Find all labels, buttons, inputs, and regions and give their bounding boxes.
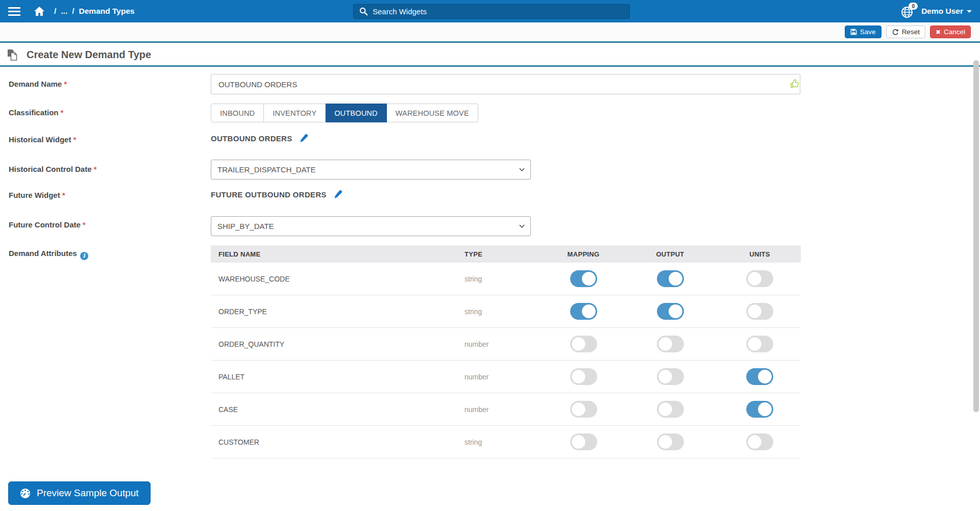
required-asterisk: *: [73, 135, 76, 144]
units-toggle[interactable]: [746, 368, 773, 385]
table-row: ORDER_QUANTITY number: [211, 328, 801, 361]
demand-attributes-table: FIELD NAME TYPE MAPPING OUTPUT UNITS WAR…: [211, 245, 801, 458]
future-widget-label: Future Widget*: [9, 191, 65, 199]
page-title: Create New Demand Type: [27, 49, 151, 61]
units-toggle[interactable]: [746, 303, 773, 320]
field-name-cell: CUSTOMER: [211, 438, 456, 446]
historical-widget-value-row: OUTBOUND ORDERS: [211, 134, 308, 143]
search-input[interactable]: [373, 7, 629, 16]
future-control-date-select[interactable]: SHIP_BY_DATE: [211, 216, 531, 236]
preview-sample-output-button[interactable]: Preview Sample Output: [8, 481, 151, 505]
historical-control-date-select[interactable]: TRAILER_DISPATCH_DATE: [211, 160, 531, 180]
field-name-cell: CASE: [211, 405, 456, 414]
save-button-label: Save: [860, 28, 876, 36]
output-toggle[interactable]: [657, 336, 684, 352]
future-widget-value: FUTURE OUTBOUND ORDERS: [211, 190, 327, 199]
classification-option-outbound[interactable]: OUTBOUND: [326, 104, 387, 122]
output-toggle[interactable]: [657, 303, 684, 320]
breadcrumb-current-page: Demand Types: [79, 7, 135, 16]
toggle-knob: [758, 402, 772, 416]
mapping-toggle[interactable]: [570, 336, 597, 352]
user-area: 0 Demo User: [900, 0, 972, 22]
toggle-knob: [572, 370, 585, 384]
future-control-date-select-wrap: SHIP_BY_DATE: [211, 216, 531, 236]
future-widget-value-row: FUTURE OUTBOUND ORDERS: [211, 190, 342, 199]
toggle-knob: [758, 370, 772, 384]
field-type-cell: number: [456, 373, 545, 381]
save-button[interactable]: Save: [845, 25, 881, 38]
top-navbar: / ... / Demand Types 0 Demo User: [0, 0, 980, 22]
page-header: Create New Demand Type: [0, 44, 980, 67]
required-asterisk: *: [62, 191, 65, 199]
column-header-units: UNITS: [719, 250, 801, 258]
widget-search-bar: [353, 4, 630, 19]
field-name-cell: PALLET: [211, 373, 456, 381]
mapping-toggle[interactable]: [570, 433, 597, 450]
column-header-field-name: FIELD NAME: [211, 250, 456, 258]
toggle-knob: [748, 435, 762, 449]
user-menu[interactable]: Demo User: [921, 7, 972, 16]
toggle-knob: [658, 435, 672, 449]
future-control-date-label: Future Control Date*: [9, 220, 86, 229]
cancel-button[interactable]: ✖ Cancel: [930, 25, 971, 38]
preview-button-label: Preview Sample Output: [37, 488, 139, 499]
units-toggle[interactable]: [746, 270, 773, 287]
mapping-toggle[interactable]: [570, 270, 597, 287]
info-icon[interactable]: i: [80, 252, 88, 260]
mapping-toggle[interactable]: [570, 401, 597, 418]
app-window: / ... / Demand Types 0 Demo User Save: [0, 0, 980, 511]
table-header-row: FIELD NAME TYPE MAPPING OUTPUT UNITS: [211, 245, 801, 263]
units-toggle[interactable]: [746, 336, 773, 352]
table-row: WAREHOUSE_CODE string: [211, 263, 801, 295]
classification-button-group: INBOUND INVENTORY OUTBOUND WAREHOUSE MOV…: [211, 104, 478, 122]
refresh-icon: [892, 29, 899, 36]
column-header-output: OUTPUT: [622, 250, 719, 258]
units-toggle[interactable]: [746, 401, 773, 418]
toggle-knob: [748, 304, 762, 318]
table-row: CUSTOMER string: [211, 426, 801, 458]
mapping-toggle[interactable]: [570, 368, 597, 385]
notification-count-badge: 0: [909, 3, 918, 10]
output-toggle[interactable]: [657, 270, 684, 287]
output-toggle[interactable]: [657, 401, 684, 418]
classification-option-inventory[interactable]: INVENTORY: [264, 104, 326, 122]
edit-pencil-icon[interactable]: [333, 190, 342, 199]
column-header-type: TYPE: [456, 250, 545, 258]
hamburger-menu-icon[interactable]: [8, 7, 20, 16]
output-toggle[interactable]: [657, 433, 684, 450]
action-toolbar: Save Reset ✖ Cancel: [0, 22, 980, 43]
historical-control-date-label: Historical Control Date*: [9, 165, 96, 173]
field-name-cell: ORDER_TYPE: [211, 308, 456, 316]
notifications-globe-icon[interactable]: 0: [900, 3, 916, 20]
chevron-down-icon: [967, 10, 972, 13]
toggle-knob: [572, 435, 585, 449]
breadcrumb: / ... / Demand Types: [54, 7, 135, 16]
historical-widget-label: Historical Widget*: [9, 135, 76, 144]
toggle-knob: [658, 337, 672, 351]
toggle-knob: [572, 402, 585, 416]
vertical-scrollbar-thumb[interactable]: [973, 60, 979, 412]
breadcrumb-separator: /: [54, 7, 56, 16]
reset-button[interactable]: Reset: [886, 25, 925, 38]
toggle-knob: [669, 272, 682, 286]
field-type-cell: string: [456, 438, 545, 446]
home-icon[interactable]: [34, 6, 45, 16]
copy-document-icon: [6, 48, 19, 62]
toggle-knob: [572, 337, 585, 351]
reset-button-label: Reset: [902, 28, 920, 36]
units-toggle[interactable]: [746, 433, 773, 450]
breadcrumb-ellipsis[interactable]: ...: [61, 7, 67, 16]
close-icon: ✖: [936, 29, 941, 35]
toggle-knob: [658, 402, 672, 416]
field-name-cell: WAREHOUSE_CODE: [211, 275, 456, 283]
mapping-toggle[interactable]: [570, 303, 597, 320]
demand-name-input[interactable]: [211, 74, 800, 94]
demand-attributes-label: Demand Attributesi: [9, 249, 88, 260]
cancel-button-label: Cancel: [944, 28, 965, 36]
column-header-mapping: MAPPING: [545, 250, 622, 258]
edit-pencil-icon[interactable]: [299, 134, 308, 143]
field-name-cell: ORDER_QUANTITY: [211, 340, 456, 348]
classification-option-warehouse-move[interactable]: WAREHOUSE MOVE: [387, 104, 478, 122]
classification-option-inbound[interactable]: INBOUND: [211, 104, 264, 122]
output-toggle[interactable]: [657, 368, 684, 385]
